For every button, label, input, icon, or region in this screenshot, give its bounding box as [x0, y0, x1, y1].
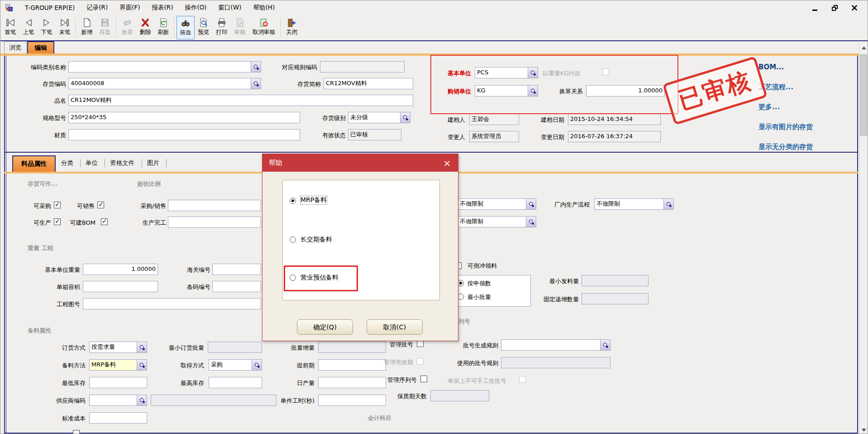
toolbar-new[interactable]: 新增 [78, 16, 96, 39]
lookup-button[interactable] [251, 78, 261, 89]
product-name-input[interactable]: CR12MOV精料 [68, 95, 413, 106]
inv-code-input[interactable]: 400400008 [68, 78, 261, 89]
scroll-up-button[interactable] [859, 43, 868, 52]
material-input[interactable] [68, 129, 300, 140]
toolbar-first-record[interactable]: 首笔 [1, 16, 19, 39]
toolbar-filter[interactable]: 筛选 [176, 16, 195, 39]
scroll-down-button[interactable] [859, 426, 868, 434]
barcode-input[interactable] [212, 281, 261, 292]
factory-flow-label: 厂内生产流程 [542, 200, 590, 211]
inv-abbr-input[interactable]: CR12MOV精料 [324, 78, 413, 89]
tab-unit[interactable]: 单位 [86, 159, 98, 167]
spec-input[interactable]: 250*240*35 [68, 112, 300, 123]
drawing-no-input[interactable] [83, 298, 261, 309]
lookup-button[interactable] [526, 199, 536, 209]
over-purchase-sale-input[interactable] [168, 200, 261, 211]
issue-min-batch-radio[interactable] [458, 294, 464, 300]
daily-output-input[interactable] [318, 377, 386, 388]
production-finish-input[interactable] [168, 217, 261, 228]
dialog-title-bar[interactable]: 帮助 [262, 154, 458, 172]
menu-record[interactable]: 记录(R) [86, 4, 108, 12]
batch-rule-combo[interactable] [501, 339, 610, 351]
issue-by-apply-radio[interactable] [458, 280, 464, 286]
menu-interface[interactable]: 界面(F) [119, 4, 140, 12]
lead-time-input[interactable] [318, 359, 386, 371]
toolbar-prev-record[interactable]: 上笔 [19, 16, 38, 39]
manage-validity-checkbox[interactable] [417, 358, 424, 365]
toolbar-abandon[interactable]: 放弃 [118, 16, 136, 39]
order-mode-combo[interactable]: 按需求量 [89, 342, 147, 353]
tab-browse[interactable]: 浏览 [4, 41, 27, 53]
dialog-ok-button[interactable]: 确定(Q) [297, 319, 353, 335]
mrp-prep-label[interactable]: MRP备料 [300, 196, 327, 204]
customs-code-input[interactable] [212, 264, 261, 275]
close-button[interactable]: × [849, 3, 859, 13]
no-manual-batch-checkbox[interactable] [519, 376, 526, 383]
tab-item-attributes[interactable]: 料品属性 [12, 155, 56, 172]
restore-button[interactable] [830, 3, 839, 13]
toolbar-cancel-audit[interactable]: 取消审核 [249, 16, 279, 39]
purchase-restrict-combo[interactable]: 不做限制 [458, 198, 536, 210]
lookup-button[interactable] [663, 199, 673, 209]
link-show-unclassified[interactable]: 显示无分类的存货 [758, 143, 813, 151]
toolbar-next-record[interactable]: 下笔 [38, 16, 56, 39]
link-bom[interactable]: BOM... [758, 63, 784, 71]
dialog-cancel-button[interactable]: 取消(C) [367, 319, 423, 335]
scrollbar-thumb[interactable] [860, 54, 867, 136]
factory-flow-combo[interactable]: 不做限制 [594, 198, 674, 210]
menu-help[interactable]: 帮助(H) [253, 4, 275, 12]
lookup-button[interactable] [137, 395, 147, 405]
mrp-prep-radio[interactable] [290, 198, 296, 204]
toolbar-save[interactable]: 存盘 [96, 16, 114, 39]
code-type-input[interactable] [68, 61, 261, 72]
menu-report[interactable]: 报表(R) [152, 4, 173, 12]
lookup-button[interactable] [137, 360, 147, 370]
toolbar-delete[interactable]: 删除 [136, 16, 154, 39]
lookup-button[interactable] [251, 62, 261, 72]
purchasable-checkbox[interactable] [54, 202, 61, 208]
tab-classification[interactable]: 分类 [61, 159, 73, 167]
tab-images[interactable]: 图片 [147, 159, 159, 167]
menu-app[interactable]: T-GROUP ERP(E) [25, 4, 75, 11]
menu-window[interactable]: 窗口(W) [219, 4, 242, 12]
toolbar-audit[interactable]: 审核 [231, 16, 249, 39]
manage-serial-checkbox[interactable] [420, 376, 427, 382]
producible-checkbox[interactable] [54, 218, 61, 225]
min-stock-input[interactable] [89, 377, 147, 388]
toolbar-last-record[interactable]: 末笔 [56, 16, 74, 39]
max-stock-input[interactable] [209, 377, 262, 388]
unit-work-time-input[interactable] [318, 395, 386, 406]
lookup-button[interactable] [526, 217, 536, 227]
menu-operation[interactable]: 操作(O) [185, 4, 206, 12]
rule-code-input[interactable] [320, 61, 405, 72]
toolbar-refresh[interactable]: 刷新 [154, 16, 172, 39]
std-cost-input[interactable] [89, 412, 147, 424]
base-weight-input[interactable]: 1.00000 [83, 264, 158, 275]
toolbar-print[interactable]: 打印 [213, 16, 231, 39]
sale-restrict-combo[interactable]: 不做限制 [458, 216, 536, 227]
toolbar-preview[interactable]: 预览 [195, 16, 213, 39]
vertical-scrollbar[interactable] [859, 43, 868, 434]
supplier-code-combo[interactable] [89, 395, 147, 406]
long-lead-prep-radio[interactable] [290, 236, 296, 243]
link-show-with-images[interactable]: 显示有图片的存货 [758, 123, 813, 131]
lookup-button[interactable] [600, 340, 610, 350]
toolbar-close[interactable]: 关闭 [283, 16, 301, 39]
link-more[interactable]: 更多... [758, 103, 780, 111]
lookup-button[interactable] [137, 342, 147, 352]
dialog-close-button[interactable]: × [442, 158, 453, 169]
lookup-button[interactable] [400, 112, 410, 123]
minimize-button[interactable] [810, 3, 820, 13]
tab-qualification-files[interactable]: 资格文件 [110, 159, 134, 167]
manage-batch-checkbox[interactable] [417, 340, 424, 347]
acquire-mode-combo[interactable]: 采购 [209, 359, 262, 371]
long-lead-prep-label[interactable]: 长交期备料 [300, 236, 332, 244]
bom-buildable-checkbox[interactable] [101, 218, 108, 225]
lookup-button[interactable] [252, 360, 262, 370]
sellable-checkbox[interactable] [97, 202, 104, 208]
partial-checkbox[interactable] [73, 430, 80, 434]
prep-method-combo[interactable]: MRP备料 [89, 359, 147, 371]
tab-edit[interactable]: 编辑 [27, 41, 54, 53]
box-volume-input[interactable] [83, 281, 158, 292]
level-combo[interactable]: 未分级 [348, 112, 410, 123]
